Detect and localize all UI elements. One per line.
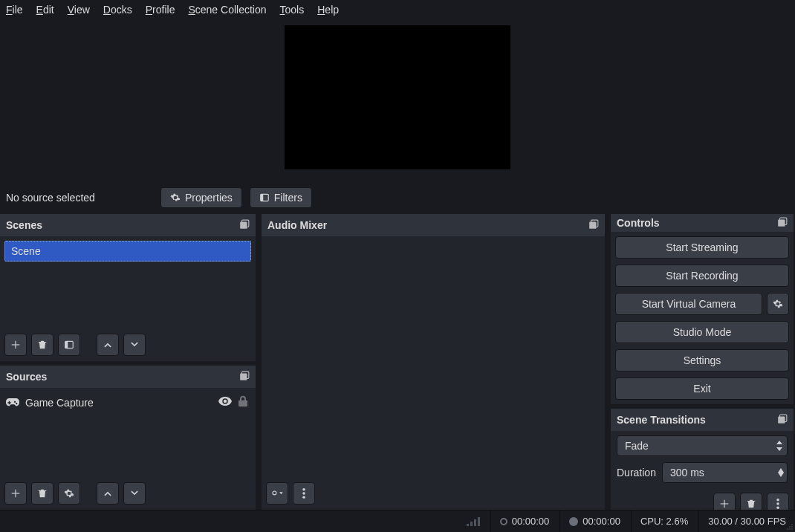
remove-source-button[interactable] bbox=[31, 482, 53, 505]
plus-icon bbox=[10, 488, 21, 499]
menu-scene-collection[interactable]: Scene Collection bbox=[188, 4, 266, 16]
plus-icon bbox=[719, 499, 730, 509]
menu-view[interactable]: View bbox=[68, 4, 90, 16]
svg-rect-7 bbox=[240, 373, 247, 380]
svg-rect-3 bbox=[240, 221, 247, 228]
game-controller-icon bbox=[6, 398, 19, 408]
svg-rect-5 bbox=[65, 341, 68, 348]
add-source-button[interactable] bbox=[4, 482, 27, 505]
add-scene-button[interactable] bbox=[4, 334, 27, 356]
scene-transitions-title: Scene Transitions bbox=[617, 414, 706, 426]
source-lock-toggle[interactable] bbox=[238, 395, 248, 409]
menu-edit[interactable]: Edit bbox=[36, 4, 54, 16]
popout-icon[interactable] bbox=[777, 414, 788, 426]
source-toolbar: No source selected Properties Filters bbox=[0, 181, 795, 214]
duration-label: Duration bbox=[617, 467, 656, 479]
lock-icon bbox=[238, 395, 248, 407]
plus-icon bbox=[10, 340, 21, 350]
svg-point-20 bbox=[791, 524, 793, 525]
move-scene-up-button[interactable] bbox=[97, 334, 119, 356]
scene-transitions-panel: Scene Transitions Fade Duration 300 ms bbox=[611, 409, 794, 520]
svg-point-22 bbox=[791, 528, 793, 530]
svg-point-25 bbox=[787, 528, 788, 530]
signal-bars-icon bbox=[467, 517, 480, 526]
filters-button[interactable]: Filters bbox=[250, 187, 312, 208]
preview-area bbox=[0, 19, 795, 181]
remove-scene-button[interactable] bbox=[31, 334, 53, 356]
virtual-camera-settings-button[interactable] bbox=[767, 293, 789, 315]
gear-icon bbox=[170, 192, 181, 203]
studio-mode-button[interactable]: Studio Mode bbox=[615, 321, 789, 343]
stream-status: 00:00:00 bbox=[490, 510, 550, 532]
move-scene-down-button[interactable] bbox=[123, 334, 146, 356]
sources-list[interactable]: Game Capture bbox=[0, 388, 256, 477]
scenes-list[interactable]: Scene bbox=[0, 236, 256, 328]
filters-icon bbox=[64, 340, 74, 350]
settings-button[interactable]: Settings bbox=[615, 349, 789, 372]
menu-help[interactable]: Help bbox=[317, 4, 339, 16]
scene-item[interactable]: Scene bbox=[4, 241, 251, 262]
popout-icon[interactable] bbox=[777, 217, 788, 230]
fps-status: 30.00 / 30.00 FPS bbox=[698, 510, 786, 532]
stream-indicator-icon bbox=[500, 518, 507, 525]
svg-point-23 bbox=[789, 526, 791, 528]
controls-title: Controls bbox=[617, 217, 660, 229]
status-bar: 00:00:00 00:00:00 CPU: 2.6% 30.00 / 30.0… bbox=[0, 510, 795, 532]
svg-rect-1 bbox=[261, 194, 264, 201]
popout-icon[interactable] bbox=[588, 219, 599, 232]
menu-docks[interactable]: Docks bbox=[103, 4, 132, 16]
menu-tools[interactable]: Tools bbox=[280, 4, 305, 16]
svg-rect-16 bbox=[778, 416, 785, 423]
svg-point-18 bbox=[776, 502, 779, 505]
vertical-dots-icon bbox=[776, 499, 779, 509]
svg-rect-9 bbox=[589, 221, 596, 228]
sources-panel: Sources Game Capture bbox=[0, 366, 256, 510]
svg-point-21 bbox=[791, 526, 793, 528]
start-virtual-camera-button[interactable]: Start Virtual Camera bbox=[615, 293, 762, 315]
chevron-up-icon bbox=[103, 340, 113, 350]
trash-icon bbox=[746, 499, 756, 509]
transition-select[interactable]: Fade bbox=[617, 435, 788, 456]
sources-title: Sources bbox=[6, 371, 47, 383]
no-source-selected-label: No source selected bbox=[4, 192, 153, 204]
gear-icon bbox=[64, 488, 74, 499]
chevron-down-icon bbox=[129, 488, 140, 499]
exit-button[interactable]: Exit bbox=[615, 377, 789, 400]
start-streaming-button[interactable]: Start Streaming bbox=[615, 236, 789, 259]
source-visibility-toggle[interactable] bbox=[218, 396, 232, 409]
menu-file[interactable]: File bbox=[6, 4, 23, 16]
svg-point-10 bbox=[302, 488, 305, 491]
menu-profile[interactable]: Profile bbox=[146, 4, 175, 16]
move-source-up-button[interactable] bbox=[97, 482, 119, 505]
select-arrows-icon bbox=[776, 441, 782, 451]
svg-point-19 bbox=[776, 507, 779, 510]
controls-panel: Controls Start Streaming Start Recording… bbox=[611, 214, 794, 404]
popout-icon[interactable] bbox=[239, 371, 250, 383]
chevron-up-icon bbox=[103, 488, 113, 499]
properties-button[interactable]: Properties bbox=[160, 187, 242, 208]
gear-dropdown-icon bbox=[270, 488, 284, 499]
menubar: File Edit View Docks Profile Scene Colle… bbox=[0, 0, 795, 19]
audio-advanced-button[interactable] bbox=[266, 482, 288, 505]
source-properties-button[interactable] bbox=[58, 482, 80, 505]
audio-mixer-title: Audio Mixer bbox=[267, 219, 327, 231]
trash-icon bbox=[37, 488, 48, 499]
svg-rect-14 bbox=[778, 219, 785, 226]
audio-mixer-panel: Audio Mixer bbox=[262, 214, 605, 510]
svg-point-17 bbox=[776, 499, 779, 502]
source-item[interactable]: Game Capture bbox=[4, 391, 251, 414]
popout-icon[interactable] bbox=[239, 219, 250, 232]
resize-grip-icon[interactable] bbox=[786, 523, 794, 531]
duration-spinbox[interactable]: 300 ms bbox=[662, 462, 788, 483]
trash-icon bbox=[37, 340, 48, 350]
vertical-dots-icon bbox=[302, 488, 305, 499]
start-recording-button[interactable]: Start Recording bbox=[615, 265, 789, 287]
preview-canvas[interactable] bbox=[285, 25, 510, 169]
audio-mixer-body bbox=[262, 236, 605, 477]
audio-menu-button[interactable] bbox=[293, 482, 315, 505]
eye-icon bbox=[218, 396, 232, 406]
chevron-down-icon bbox=[129, 340, 140, 350]
spin-down-icon[interactable] bbox=[778, 473, 784, 477]
move-source-down-button[interactable] bbox=[123, 482, 146, 505]
scene-filters-button[interactable] bbox=[58, 334, 80, 356]
